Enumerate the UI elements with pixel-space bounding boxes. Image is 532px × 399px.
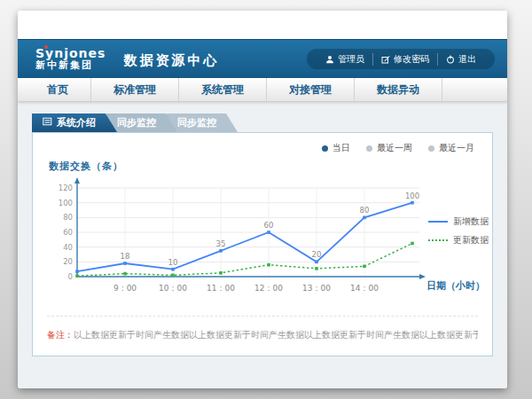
svg-text:40: 40 <box>63 243 73 252</box>
filter-radio-2[interactable]: 最近一月 <box>428 142 474 154</box>
chart-area: 数据交换（条） 0204060801001209：0010：0011：0012：… <box>33 133 492 305</box>
svg-text:60: 60 <box>63 228 73 237</box>
chart-side-column: 新增数据更新数据 日期（小时） <box>426 160 487 305</box>
svg-text:80: 80 <box>63 213 73 222</box>
svg-text:18: 18 <box>121 252 130 261</box>
note-text: 以上数据更新于时间产生数据以上数据更新于时间产生数据以上数据更新于时间产生数据以… <box>74 330 478 340</box>
nav-item-1[interactable]: 标准管理 <box>91 78 179 101</box>
range-filter: 当日最近一周最近一月 <box>322 142 474 154</box>
user-icon <box>325 55 334 64</box>
legend-line-sample <box>428 221 448 223</box>
user-menu-item-1[interactable]: 修改密码 <box>372 53 437 66</box>
tab-2[interactable]: 同步监控 <box>167 113 238 132</box>
chart-plot-column: 数据交换（条） 0204060801001209：0010：0011：0012：… <box>45 160 426 305</box>
chart-panel: 当日最近一周最近一月 数据交换（条） 0204060801001209：0010… <box>32 132 493 356</box>
user-menu-item-2[interactable]: 退出 <box>437 53 484 66</box>
svg-text:9：00: 9：00 <box>113 284 137 293</box>
svg-text:0: 0 <box>68 272 73 281</box>
svg-text:35: 35 <box>216 239 226 248</box>
page-title: 数据资源中心 <box>123 49 219 69</box>
svg-text:100: 100 <box>59 199 73 207</box>
radio-dot <box>428 145 434 152</box>
tab-bar: 系统介绍同步监控同步监控 <box>32 113 507 132</box>
form-icon <box>43 113 52 132</box>
svg-text:120: 120 <box>59 184 73 192</box>
nav-item-2[interactable]: 系统管理 <box>179 78 267 101</box>
main-nav: 首页标准管理系统管理对接管理数据异动 <box>18 78 507 102</box>
radio-dot <box>322 145 328 152</box>
app-header: Synjones 新中新集团 数据资源中心 管理员修改密码退出 <box>18 39 507 78</box>
user-menu: 管理员修改密码退出 <box>307 49 495 69</box>
legend-line-sample <box>428 239 448 241</box>
legend-item-0: 新增数据 <box>428 215 489 228</box>
svg-text:100: 100 <box>405 192 419 200</box>
svg-text:14：00: 14：00 <box>350 284 379 293</box>
user-menu-item-0[interactable]: 管理员 <box>317 53 372 66</box>
line-chart: 0204060801001209：0010：0011：0012：0013：001… <box>45 176 426 301</box>
tab-0[interactable]: 系统介绍 <box>32 113 117 132</box>
svg-text:10：00: 10：00 <box>159 284 187 293</box>
footer-note: 备注：以上数据更新于时间产生数据以上数据更新于时间产生数据以上数据更新于时间产生… <box>47 316 478 341</box>
radio-dot <box>366 145 372 152</box>
power-icon <box>446 55 455 64</box>
note-prefix: 备注： <box>47 330 74 340</box>
svg-text:11：00: 11：00 <box>207 284 235 293</box>
svg-text:13：00: 13：00 <box>302 284 331 293</box>
tab-1[interactable]: 同步监控 <box>106 113 177 132</box>
edit-icon <box>381 55 390 64</box>
nav-item-3[interactable]: 对接管理 <box>267 78 355 101</box>
y-axis-label: 数据交换（条） <box>49 160 426 173</box>
logo-text-en: Synjones <box>35 47 106 60</box>
nav-item-0[interactable]: 首页 <box>25 78 91 101</box>
logo-text-cn: 新中新集团 <box>35 60 106 71</box>
svg-text:10: 10 <box>168 258 178 267</box>
window-top-strip <box>18 11 507 39</box>
nav-item-4[interactable]: 数据异动 <box>355 78 442 101</box>
company-logo: Synjones 新中新集团 <box>30 47 106 70</box>
x-axis-label: 日期（小时） <box>426 279 485 293</box>
svg-text:80: 80 <box>360 206 370 215</box>
svg-text:20: 20 <box>63 257 73 266</box>
svg-text:20: 20 <box>312 250 322 259</box>
legend-item-1: 更新数据 <box>428 234 489 246</box>
svg-text:12：00: 12：00 <box>254 284 283 293</box>
app-window: Synjones 新中新集团 数据资源中心 管理员修改密码退出 首页标准管理系统… <box>18 11 507 388</box>
filter-radio-1[interactable]: 最近一周 <box>366 142 412 154</box>
svg-text:60: 60 <box>264 221 274 230</box>
filter-radio-0[interactable]: 当日 <box>322 142 350 154</box>
content-area: 系统介绍同步监控同步监控 当日最近一周最近一月 数据交换（条） 02040608… <box>18 102 507 388</box>
chart-legend: 新增数据更新数据 <box>428 209 489 253</box>
